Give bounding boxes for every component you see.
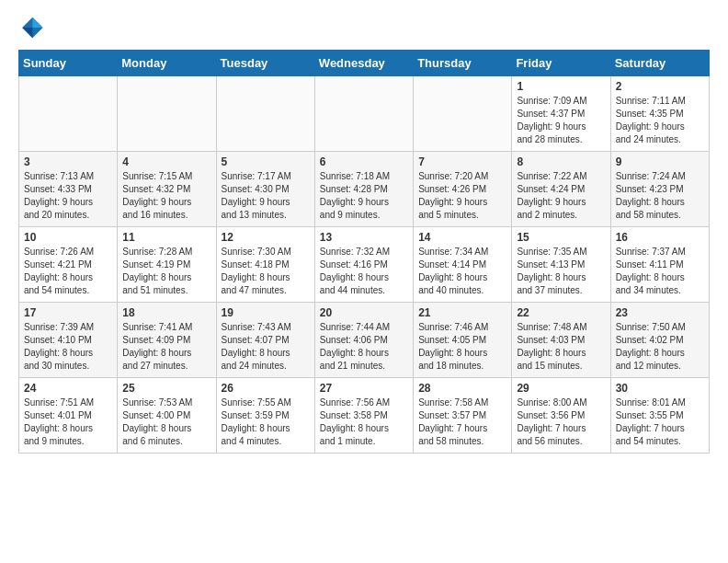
weekday-header-saturday: Saturday	[610, 51, 709, 76]
day-info: Sunrise: 7:58 AM Sunset: 3:57 PM Dayligh…	[418, 396, 506, 448]
day-number: 5	[222, 155, 310, 168]
calendar-cell: 27Sunrise: 7:56 AM Sunset: 3:58 PM Dayli…	[314, 378, 413, 454]
day-number: 18	[122, 306, 210, 319]
calendar-page: SundayMondayTuesdayWednesdayThursdayFrid…	[0, 0, 728, 463]
calendar-week-row: 10Sunrise: 7:26 AM Sunset: 4:21 PM Dayli…	[19, 227, 710, 303]
day-info: Sunrise: 7:41 AM Sunset: 4:09 PM Dayligh…	[122, 321, 210, 373]
day-number: 27	[320, 382, 408, 395]
calendar-cell: 5Sunrise: 7:17 AM Sunset: 4:30 PM Daylig…	[216, 152, 314, 227]
day-info: Sunrise: 7:51 AM Sunset: 4:01 PM Dayligh…	[24, 396, 112, 448]
weekday-header-sunday: Sunday	[19, 51, 118, 76]
calendar-cell: 10Sunrise: 7:26 AM Sunset: 4:21 PM Dayli…	[19, 227, 118, 303]
day-number: 24	[24, 382, 112, 395]
day-number: 12	[222, 231, 310, 244]
calendar-week-row: 1Sunrise: 7:09 AM Sunset: 4:37 PM Daylig…	[19, 76, 710, 152]
calendar-cell: 7Sunrise: 7:20 AM Sunset: 4:26 PM Daylig…	[414, 152, 512, 227]
calendar-cell: 3Sunrise: 7:13 AM Sunset: 4:33 PM Daylig…	[19, 152, 118, 227]
day-info: Sunrise: 7:39 AM Sunset: 4:10 PM Dayligh…	[24, 321, 112, 373]
day-info: Sunrise: 7:22 AM Sunset: 4:24 PM Dayligh…	[517, 170, 605, 222]
day-info: Sunrise: 7:24 AM Sunset: 4:23 PM Dayligh…	[616, 170, 704, 222]
header	[18, 15, 710, 40]
day-info: Sunrise: 7:50 AM Sunset: 4:02 PM Dayligh…	[616, 321, 704, 373]
day-info: Sunrise: 7:35 AM Sunset: 4:13 PM Dayligh…	[517, 246, 605, 297]
calendar-cell	[19, 76, 118, 152]
calendar-week-row: 17Sunrise: 7:39 AM Sunset: 4:10 PM Dayli…	[19, 303, 710, 378]
day-number: 1	[517, 80, 605, 93]
calendar-cell: 9Sunrise: 7:24 AM Sunset: 4:23 PM Daylig…	[610, 152, 709, 227]
day-info: Sunrise: 7:43 AM Sunset: 4:07 PM Dayligh…	[222, 321, 310, 373]
day-number: 25	[122, 382, 210, 395]
day-info: Sunrise: 7:17 AM Sunset: 4:30 PM Dayligh…	[222, 170, 310, 222]
calendar-cell: 4Sunrise: 7:15 AM Sunset: 4:32 PM Daylig…	[118, 152, 216, 227]
day-number: 10	[24, 231, 112, 244]
day-info: Sunrise: 7:48 AM Sunset: 4:03 PM Dayligh…	[517, 321, 605, 373]
day-number: 30	[616, 382, 704, 395]
day-number: 21	[418, 306, 506, 319]
day-number: 2	[616, 80, 704, 93]
day-number: 4	[122, 155, 210, 168]
calendar-cell: 1Sunrise: 7:09 AM Sunset: 4:37 PM Daylig…	[512, 76, 610, 152]
day-info: Sunrise: 7:09 AM Sunset: 4:37 PM Dayligh…	[517, 95, 605, 146]
day-number: 19	[222, 306, 310, 319]
calendar-week-row: 24Sunrise: 7:51 AM Sunset: 4:01 PM Dayli…	[19, 378, 710, 454]
weekday-header-friday: Friday	[512, 51, 610, 76]
calendar-cell: 11Sunrise: 7:28 AM Sunset: 4:19 PM Dayli…	[118, 227, 216, 303]
calendar-cell: 30Sunrise: 8:01 AM Sunset: 3:55 PM Dayli…	[610, 378, 709, 454]
logo	[18, 15, 46, 40]
day-number: 28	[418, 382, 506, 395]
calendar-cell: 2Sunrise: 7:11 AM Sunset: 4:35 PM Daylig…	[610, 76, 709, 152]
calendar-cell: 13Sunrise: 7:32 AM Sunset: 4:16 PM Dayli…	[314, 227, 413, 303]
day-number: 15	[517, 231, 605, 244]
calendar-cell: 18Sunrise: 7:41 AM Sunset: 4:09 PM Dayli…	[118, 303, 216, 378]
calendar-cell: 24Sunrise: 7:51 AM Sunset: 4:01 PM Dayli…	[19, 378, 118, 454]
day-number: 7	[418, 155, 506, 168]
day-number: 29	[517, 382, 605, 395]
day-info: Sunrise: 7:53 AM Sunset: 4:00 PM Dayligh…	[122, 396, 210, 448]
day-number: 13	[320, 231, 408, 244]
weekday-header-wednesday: Wednesday	[314, 51, 413, 76]
day-info: Sunrise: 7:28 AM Sunset: 4:19 PM Dayligh…	[122, 246, 210, 297]
day-number: 16	[616, 231, 704, 244]
day-number: 17	[24, 306, 112, 319]
calendar-cell: 25Sunrise: 7:53 AM Sunset: 4:00 PM Dayli…	[118, 378, 216, 454]
day-info: Sunrise: 7:34 AM Sunset: 4:14 PM Dayligh…	[418, 246, 506, 297]
day-info: Sunrise: 8:01 AM Sunset: 3:55 PM Dayligh…	[616, 396, 704, 448]
calendar-cell: 14Sunrise: 7:34 AM Sunset: 4:14 PM Dayli…	[414, 227, 512, 303]
calendar-cell: 21Sunrise: 7:46 AM Sunset: 4:05 PM Dayli…	[414, 303, 512, 378]
calendar-cell: 15Sunrise: 7:35 AM Sunset: 4:13 PM Dayli…	[512, 227, 610, 303]
day-info: Sunrise: 7:56 AM Sunset: 3:58 PM Dayligh…	[320, 396, 408, 448]
svg-marker-1	[32, 17, 42, 28]
day-number: 14	[418, 231, 506, 244]
calendar-cell: 28Sunrise: 7:58 AM Sunset: 3:57 PM Dayli…	[414, 378, 512, 454]
day-number: 6	[320, 155, 408, 168]
weekday-header-monday: Monday	[118, 51, 216, 76]
weekday-header-thursday: Thursday	[414, 51, 512, 76]
calendar-cell: 29Sunrise: 8:00 AM Sunset: 3:56 PM Dayli…	[512, 378, 610, 454]
day-info: Sunrise: 7:44 AM Sunset: 4:06 PM Dayligh…	[320, 321, 408, 373]
calendar-cell	[414, 76, 512, 152]
svg-marker-2	[22, 28, 32, 38]
calendar-cell: 20Sunrise: 7:44 AM Sunset: 4:06 PM Dayli…	[314, 303, 413, 378]
calendar-cell: 8Sunrise: 7:22 AM Sunset: 4:24 PM Daylig…	[512, 152, 610, 227]
logo-icon	[18, 15, 44, 40]
day-info: Sunrise: 7:18 AM Sunset: 4:28 PM Dayligh…	[320, 170, 408, 222]
calendar-cell: 12Sunrise: 7:30 AM Sunset: 4:18 PM Dayli…	[216, 227, 314, 303]
day-number: 9	[616, 155, 704, 168]
day-number: 26	[222, 382, 310, 395]
calendar-week-row: 3Sunrise: 7:13 AM Sunset: 4:33 PM Daylig…	[19, 152, 710, 227]
day-info: Sunrise: 7:15 AM Sunset: 4:32 PM Dayligh…	[122, 170, 210, 222]
day-info: Sunrise: 7:37 AM Sunset: 4:11 PM Dayligh…	[616, 246, 704, 297]
day-number: 3	[24, 155, 112, 168]
calendar-cell	[118, 76, 216, 152]
calendar-cell: 26Sunrise: 7:55 AM Sunset: 3:59 PM Dayli…	[216, 378, 314, 454]
calendar-cell: 17Sunrise: 7:39 AM Sunset: 4:10 PM Dayli…	[19, 303, 118, 378]
day-number: 11	[122, 231, 210, 244]
day-info: Sunrise: 7:30 AM Sunset: 4:18 PM Dayligh…	[222, 246, 310, 297]
day-info: Sunrise: 7:13 AM Sunset: 4:33 PM Dayligh…	[24, 170, 112, 222]
calendar-cell	[314, 76, 413, 152]
calendar-cell: 23Sunrise: 7:50 AM Sunset: 4:02 PM Dayli…	[610, 303, 709, 378]
weekday-header-tuesday: Tuesday	[216, 51, 314, 76]
calendar-table: SundayMondayTuesdayWednesdayThursdayFrid…	[18, 50, 710, 454]
day-info: Sunrise: 7:26 AM Sunset: 4:21 PM Dayligh…	[24, 246, 112, 297]
day-info: Sunrise: 8:00 AM Sunset: 3:56 PM Dayligh…	[517, 396, 605, 448]
